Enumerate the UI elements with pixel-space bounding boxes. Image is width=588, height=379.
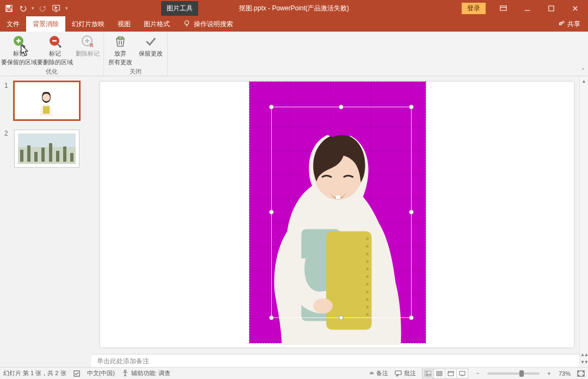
discard-l2: 所有更改 [108, 58, 132, 66]
mark-remove-l1: 标记 [49, 50, 61, 58]
tab-background-removal[interactable]: 背景消除 [26, 16, 65, 32]
share-label: 共享 [567, 20, 580, 29]
zoom-slider-thumb[interactable] [519, 370, 524, 377]
mark-areas-to-remove-button[interactable]: 标记 要删除的区域 [37, 33, 73, 66]
thumbnail[interactable] [14, 82, 79, 120]
tab-slideshow[interactable]: 幻灯片放映 [65, 16, 111, 32]
svg-point-12 [42, 94, 50, 101]
notes-pane[interactable]: 单击此处添加备注 [91, 354, 579, 367]
tell-me-label: 操作说明搜索 [194, 20, 233, 29]
svg-rect-37 [460, 371, 465, 375]
prev-slide-icon[interactable]: ▲▲ [580, 352, 588, 357]
vertical-scrollbar[interactable]: ▲ ▲▲ ▼▼ [579, 76, 588, 367]
thumb-number: 2 [4, 130, 10, 168]
qat-dropdown-icon[interactable]: ▾ [30, 2, 35, 15]
maximize-icon[interactable] [539, 1, 563, 16]
tab-picture-format[interactable]: 图片格式 [137, 16, 176, 32]
ribbon-display-icon[interactable] [491, 1, 515, 16]
delete-mark-label: 删除标记 [76, 50, 100, 58]
resize-handle-ml[interactable] [269, 210, 274, 215]
resize-handle-tl[interactable] [269, 105, 274, 109]
resize-handle-mr[interactable] [409, 210, 414, 215]
window-title: 抠图.pptx - PowerPoint(产品激活失败) [239, 4, 349, 13]
ribbon: 标记 要保留的区域 标记 要删除的区域 删除标记 优化 放弃 所有更改 [0, 32, 588, 76]
spellcheck-icon[interactable] [73, 370, 81, 377]
svg-rect-32 [437, 371, 439, 373]
slide-thumbnail-1[interactable]: 1 [4, 82, 87, 120]
title-bar: ▾ ▾ 图片工具 抠图.pptx - PowerPoint(产品激活失败) 登录 [0, 0, 588, 16]
slide-thumbnail-2[interactable]: 2 [4, 130, 87, 168]
selection-frame[interactable] [271, 107, 412, 318]
zoom-in-icon[interactable]: ＋ [546, 369, 552, 377]
undo-icon[interactable] [16, 2, 29, 15]
collapse-ribbon-icon[interactable]: ˄ [581, 68, 585, 75]
zoom-out-icon[interactable]: － [475, 369, 481, 377]
tab-view[interactable]: 视图 [111, 16, 137, 32]
fit-to-window-icon[interactable] [577, 370, 585, 377]
next-slide-icon[interactable]: ▼▼ [580, 359, 588, 365]
share-icon [558, 20, 565, 28]
status-bar: 幻灯片 第 1 张，共 2 张 中文(中国) 辅助功能: 调查 ≐ 备注 批注 … [0, 367, 588, 379]
thumbnail[interactable] [14, 130, 79, 168]
delete-mark-button[interactable]: 删除标记 [73, 33, 102, 66]
discard-all-changes-button[interactable]: 放弃 所有更改 [105, 33, 136, 66]
resize-handle-tm[interactable] [339, 105, 344, 109]
save-icon[interactable] [2, 2, 15, 15]
mark-remove-icon [47, 34, 63, 49]
svg-rect-34 [437, 374, 439, 376]
mark-areas-to-keep-button[interactable]: 标记 要保留的区域 [1, 33, 37, 66]
minimize-icon[interactable] [515, 1, 539, 16]
zoom-percentage[interactable]: 73% [559, 370, 571, 377]
redo-icon[interactable] [36, 2, 49, 15]
close-icon[interactable] [563, 1, 587, 16]
slide-position[interactable]: 幻灯片 第 1 张，共 2 张 [3, 369, 66, 377]
resize-handle-tr[interactable] [409, 105, 414, 109]
svg-rect-5 [548, 5, 553, 10]
keep-changes-label: 保留更改 [139, 50, 163, 58]
thumb-number: 1 [4, 82, 10, 120]
reading-view-icon[interactable] [445, 369, 457, 378]
group-label-close: 关闭 [130, 66, 142, 77]
svg-rect-4 [500, 5, 506, 10]
slide-canvas-area[interactable] [91, 76, 579, 354]
start-from-beginning-icon[interactable] [50, 2, 63, 15]
qat-customize-icon[interactable]: ▾ [64, 2, 69, 15]
slide-editor: 单击此处添加备注 [91, 76, 579, 367]
login-button[interactable]: 登录 [462, 3, 486, 14]
slideshow-view-icon[interactable] [456, 369, 468, 378]
svg-rect-31 [425, 371, 431, 376]
accessibility-status[interactable]: 辅助功能: 调查 [121, 369, 170, 378]
resize-handle-br[interactable] [409, 315, 414, 320]
normal-view-icon[interactable] [422, 369, 434, 378]
resize-handle-bm[interactable] [339, 315, 344, 320]
slide[interactable] [100, 82, 574, 347]
discard-l1: 放弃 [114, 50, 126, 58]
discard-icon [113, 34, 128, 49]
delete-mark-icon [80, 34, 95, 49]
zoom-slider[interactable] [487, 372, 540, 375]
keep-changes-button[interactable]: 保留更改 [136, 33, 166, 66]
contextual-tab-label: 图片工具 [161, 1, 198, 16]
svg-point-6 [185, 21, 189, 25]
comments-toggle[interactable]: 批注 [395, 369, 416, 377]
window-controls: 登录 [462, 1, 588, 16]
ribbon-group-refine: 标记 要保留的区域 标记 要删除的区域 删除标记 优化 [0, 32, 104, 76]
slide-sorter-view-icon[interactable] [433, 369, 445, 378]
slide-thumbnail-panel[interactable]: 1 2 [0, 76, 91, 367]
svg-point-29 [124, 370, 126, 371]
tab-file[interactable]: 文件 [0, 16, 26, 32]
scroll-up-icon[interactable]: ▲ [581, 78, 586, 84]
picture-object[interactable] [249, 82, 426, 343]
ribbon-tabs: 文件 背景消除 幻灯片放映 视图 图片格式 操作说明搜索 共享 [0, 16, 588, 32]
ribbon-group-close: 放弃 所有更改 保留更改 关闭 [104, 32, 168, 76]
language-status[interactable]: 中文(中国) [87, 369, 115, 377]
share-button[interactable]: 共享 [550, 16, 588, 32]
notes-toggle[interactable]: ≐ 备注 [369, 369, 388, 377]
svg-rect-1 [7, 5, 10, 7]
thumb2-preview [18, 133, 76, 164]
resize-handle-bl[interactable] [269, 315, 274, 320]
svg-rect-36 [448, 371, 454, 376]
svg-rect-13 [43, 106, 50, 114]
tell-me-search[interactable]: 操作说明搜索 [176, 16, 240, 32]
workspace: 1 2 [0, 76, 588, 367]
